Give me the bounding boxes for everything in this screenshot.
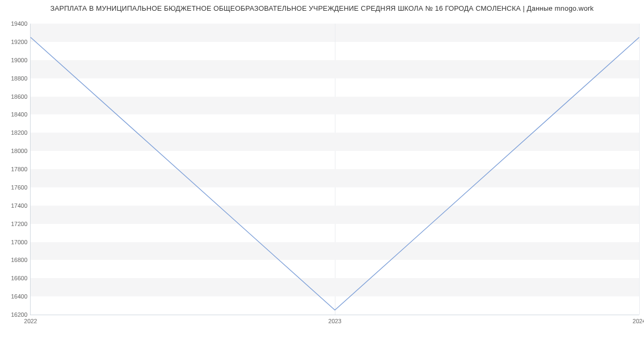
chart-title: ЗАРПЛАТА В МУНИЦИПАЛЬНОЕ БЮДЖЕТНОЕ ОБЩЕО… bbox=[0, 4, 644, 12]
y-tick-label: 18600 bbox=[11, 93, 31, 100]
x-tick-label: 2024 bbox=[633, 315, 644, 324]
y-tick-label: 17000 bbox=[11, 239, 31, 245]
y-tick-label: 18200 bbox=[11, 129, 31, 136]
plot-area: 1620016400166001680017000172001740017600… bbox=[30, 24, 639, 315]
y-tick-label: 17400 bbox=[11, 202, 31, 209]
y-tick-label: 19400 bbox=[11, 20, 31, 27]
y-tick-label: 18800 bbox=[11, 75, 31, 82]
y-tick-label: 17600 bbox=[11, 184, 31, 191]
y-tick-label: 17800 bbox=[11, 166, 31, 172]
y-tick-label: 18400 bbox=[11, 111, 31, 118]
y-tick-label: 19200 bbox=[11, 39, 31, 45]
y-tick-label: 18000 bbox=[11, 148, 31, 154]
chart-container: ЗАРПЛАТА В МУНИЦИПАЛЬНОЕ БЮДЖЕТНОЕ ОБЩЕО… bbox=[0, 0, 644, 349]
vertical-gridline bbox=[639, 24, 640, 315]
y-tick-label: 16400 bbox=[11, 293, 31, 300]
y-tick-label: 19000 bbox=[11, 57, 31, 63]
y-tick-label: 17200 bbox=[11, 221, 31, 227]
x-tick-label: 2023 bbox=[328, 315, 341, 324]
y-tick-label: 16800 bbox=[11, 257, 31, 263]
line-series bbox=[31, 24, 639, 315]
x-tick-label: 2022 bbox=[24, 315, 37, 324]
y-tick-label: 16600 bbox=[11, 275, 31, 281]
